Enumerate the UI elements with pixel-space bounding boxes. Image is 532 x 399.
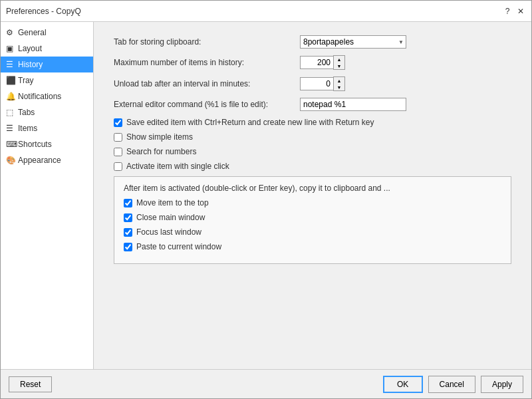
title-bar: Preferences - CopyQ ? ✕ bbox=[1, 1, 531, 22]
sidebar-label-shortcuts: Shortcuts bbox=[18, 140, 52, 149]
sidebar-label-appearance: Appearance bbox=[18, 156, 61, 165]
layout-icon: ▣ bbox=[6, 44, 15, 53]
move-top-checkbox[interactable] bbox=[124, 199, 132, 207]
paste-current-checkbox[interactable] bbox=[124, 243, 132, 251]
items-icon: ☰ bbox=[6, 124, 15, 133]
tab-clipboard-label: Tab for storing clipboard: bbox=[114, 37, 300, 47]
apply-button[interactable]: Apply bbox=[481, 376, 523, 393]
tabs-icon: ⬚ bbox=[6, 108, 15, 117]
reset-button[interactable]: Reset bbox=[9, 376, 52, 392]
save-edited-checkbox[interactable] bbox=[114, 118, 122, 127]
main-content: Tab for storing clipboard: 8portapapeles… bbox=[94, 22, 531, 369]
show-simple-label: Show simple items bbox=[126, 132, 193, 142]
tab-clipboard-dropdown-wrapper: 8portapapeles bbox=[300, 35, 406, 49]
focus-last-label: Focus last window bbox=[136, 227, 201, 237]
sidebar-item-history[interactable]: ☰ History bbox=[1, 57, 93, 72]
sidebar-label-items: Items bbox=[18, 124, 37, 133]
title-bar-controls: ? ✕ bbox=[502, 6, 526, 17]
help-button[interactable]: ? bbox=[502, 6, 513, 17]
unload-spinbox: ▲ ▼ bbox=[300, 76, 345, 91]
notifications-icon: 🔔 bbox=[6, 92, 15, 101]
ok-button[interactable]: OK bbox=[383, 376, 423, 393]
move-top-row: Move item to the top bbox=[124, 198, 501, 207]
sidebar: ⚙ General ▣ Layout ☰ History ⬛ Tray 🔔 No… bbox=[1, 22, 94, 369]
sidebar-label-general: General bbox=[18, 28, 47, 37]
close-button[interactable]: ✕ bbox=[515, 6, 526, 17]
sidebar-item-items[interactable]: ☰ Items bbox=[1, 120, 93, 136]
close-main-label: Close main window bbox=[136, 213, 205, 222]
activate-single-label: Activate item with single click bbox=[126, 162, 229, 171]
sidebar-label-layout: Layout bbox=[18, 44, 42, 53]
editor-row: External editor command (%1 is file to e… bbox=[114, 98, 511, 111]
history-icon: ☰ bbox=[6, 60, 15, 69]
search-numbers-label: Search for numbers bbox=[126, 147, 196, 156]
focus-last-checkbox[interactable] bbox=[124, 228, 132, 237]
shortcuts-icon: ⌨ bbox=[6, 140, 15, 149]
editor-label: External editor command (%1 is file to e… bbox=[114, 100, 300, 109]
sidebar-label-tabs: Tabs bbox=[18, 108, 35, 117]
paste-current-label: Paste to current window bbox=[136, 242, 221, 251]
max-items-label: Maximum number of items in history: bbox=[114, 58, 300, 67]
unload-row: Unload tab after an interval in minutes:… bbox=[114, 76, 511, 91]
unload-buttons: ▲ ▼ bbox=[333, 76, 345, 91]
sidebar-item-tabs[interactable]: ⬚ Tabs bbox=[1, 104, 93, 120]
preferences-window: Preferences - CopyQ ? ✕ ⚙ General ▣ Layo… bbox=[0, 0, 532, 399]
activate-single-row: Activate item with single click bbox=[114, 162, 511, 171]
max-items-spinbox: ▲ ▼ bbox=[300, 55, 345, 70]
sidebar-label-notifications: Notifications bbox=[18, 92, 61, 101]
max-items-buttons: ▲ ▼ bbox=[333, 55, 345, 70]
sidebar-item-notifications[interactable]: 🔔 Notifications bbox=[1, 88, 93, 104]
close-main-row: Close main window bbox=[124, 213, 501, 222]
editor-input[interactable] bbox=[300, 98, 406, 111]
activate-single-checkbox[interactable] bbox=[114, 162, 122, 171]
max-items-down[interactable]: ▼ bbox=[334, 63, 344, 69]
save-edited-row: Save edited item with Ctrl+Return and cr… bbox=[114, 118, 511, 127]
cancel-button[interactable]: Cancel bbox=[428, 376, 475, 393]
search-numbers-row: Search for numbers bbox=[114, 147, 511, 156]
bottom-right-buttons: OK Cancel Apply bbox=[383, 376, 523, 393]
focus-last-row: Focus last window bbox=[124, 227, 501, 237]
sidebar-item-general[interactable]: ⚙ General bbox=[1, 25, 93, 41]
window-title: Preferences - CopyQ bbox=[6, 7, 81, 16]
tab-clipboard-dropdown[interactable]: 8portapapeles bbox=[300, 35, 406, 49]
sidebar-label-history: History bbox=[18, 60, 43, 69]
appearance-icon: 🎨 bbox=[6, 156, 15, 165]
search-numbers-checkbox[interactable] bbox=[114, 148, 122, 156]
tab-clipboard-row: Tab for storing clipboard: 8portapapeles bbox=[114, 35, 511, 49]
paste-current-row: Paste to current window bbox=[124, 242, 501, 251]
close-main-checkbox[interactable] bbox=[124, 213, 132, 222]
bottom-bar: Reset OK Cancel Apply bbox=[1, 369, 531, 398]
activation-group: After item is activated (double-click or… bbox=[114, 176, 511, 264]
unload-down[interactable]: ▼ bbox=[334, 84, 344, 90]
show-simple-checkbox[interactable] bbox=[114, 133, 122, 142]
show-simple-row: Show simple items bbox=[114, 132, 511, 142]
sidebar-item-shortcuts[interactable]: ⌨ Shortcuts bbox=[1, 136, 93, 152]
tray-icon: ⬛ bbox=[6, 76, 15, 85]
save-edited-label: Save edited item with Ctrl+Return and cr… bbox=[126, 118, 374, 127]
unload-label: Unload tab after an interval in minutes: bbox=[114, 79, 300, 88]
max-items-input[interactable] bbox=[300, 56, 333, 69]
unload-input[interactable] bbox=[300, 77, 333, 90]
sidebar-item-appearance[interactable]: 🎨 Appearance bbox=[1, 152, 93, 168]
window-body: ⚙ General ▣ Layout ☰ History ⬛ Tray 🔔 No… bbox=[1, 22, 531, 369]
sidebar-label-tray: Tray bbox=[18, 76, 34, 85]
general-icon: ⚙ bbox=[6, 28, 15, 37]
max-items-row: Maximum number of items in history: ▲ ▼ bbox=[114, 55, 511, 70]
unload-up[interactable]: ▲ bbox=[334, 77, 344, 84]
move-top-label: Move item to the top bbox=[136, 198, 209, 207]
max-items-up[interactable]: ▲ bbox=[334, 56, 344, 63]
sidebar-item-layout[interactable]: ▣ Layout bbox=[1, 41, 93, 57]
sidebar-item-tray[interactable]: ⬛ Tray bbox=[1, 72, 93, 88]
group-label: After item is activated (double-click or… bbox=[124, 184, 501, 193]
